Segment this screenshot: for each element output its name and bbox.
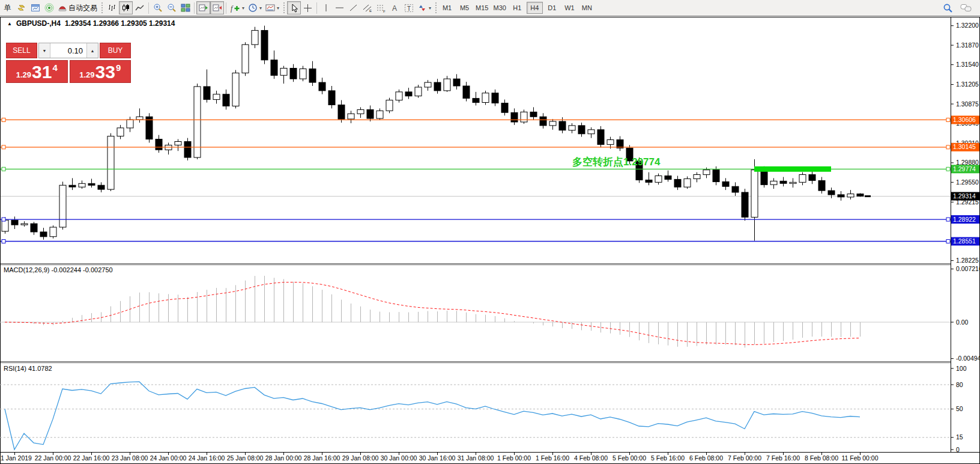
timeframe-W1[interactable]: W1	[561, 2, 578, 14]
svg-text:1.28922: 1.28922	[953, 216, 976, 223]
buy-button[interactable]: BUY	[100, 43, 131, 58]
sell-price-prefix: 1.29	[16, 70, 31, 79]
svg-text:1.31870: 1.31870	[956, 41, 979, 49]
annotation-text-object[interactable]: 多空转折点1.29774	[572, 155, 660, 169]
gold-icon	[17, 4, 26, 12]
zoom-in-button[interactable]	[151, 1, 165, 14]
svg-text:f: f	[231, 4, 234, 13]
timeframe-M1[interactable]: M1	[439, 2, 455, 14]
equidistant-channel-button[interactable]: E	[360, 1, 374, 14]
vertical-line-button[interactable]	[319, 1, 333, 14]
svg-text:1.28551: 1.28551	[953, 237, 976, 245]
tile-windows-button[interactable]	[178, 1, 192, 14]
svg-text:21 Jan 2019: 21 Jan 2019	[0, 454, 32, 462]
svg-text:F: F	[383, 10, 386, 13]
svg-text:1.29314: 1.29314	[953, 192, 976, 200]
sell-price-display: 1.29 31 4	[6, 60, 68, 83]
text-label-button[interactable]: T	[402, 1, 416, 14]
timeframe-D1[interactable]: D1	[544, 2, 560, 14]
timeframe-M15[interactable]: M15	[474, 2, 490, 14]
dropdown-arrow-icon[interactable]: ▾	[242, 5, 244, 11]
svg-text:0.007216: 0.007216	[956, 265, 980, 272]
dropdown-arrow-icon[interactable]: ▾	[277, 5, 279, 11]
toolbar-separator	[194, 2, 195, 14]
svg-text:30 Jan 16:00: 30 Jan 16:00	[419, 454, 456, 462]
gold-symbol-button[interactable]	[14, 1, 28, 14]
text-a-icon: A	[391, 4, 399, 12]
svg-text:1.30145: 1.30145	[953, 143, 976, 150]
toolbar-gripper	[283, 2, 285, 13]
chat-button[interactable]	[958, 1, 974, 14]
search-icon	[943, 3, 953, 13]
chart-canvas[interactable]: 1.322001.318701.315401.312051.308751.305…	[0, 0, 980, 464]
line-chart-type-button[interactable]	[133, 1, 147, 14]
new-order-label: 单	[4, 3, 11, 13]
text-label-icon: T	[404, 4, 414, 13]
svg-text:1.29774: 1.29774	[953, 165, 976, 172]
svg-text:5 Feb 00:00: 5 Feb 00:00	[612, 454, 646, 462]
timeframe-group: M1M5M15M30H1H4D1W1MN	[439, 2, 595, 14]
svg-text:1.32200: 1.32200	[956, 22, 979, 29]
zoom-out-button[interactable]	[165, 1, 178, 14]
timeframe-H4[interactable]: H4	[527, 2, 543, 14]
svg-text:25 Jan 08:00: 25 Jan 08:00	[227, 454, 264, 462]
svg-text:T: T	[407, 5, 411, 11]
crosshair-icon	[303, 4, 312, 13]
text-button[interactable]: A	[388, 1, 402, 14]
svg-text:8 Feb 08:00: 8 Feb 08:00	[805, 454, 838, 462]
svg-text:23 Jan 08:00: 23 Jan 08:00	[112, 454, 148, 462]
dropdown-arrow-icon[interactable]: ▾	[259, 5, 262, 11]
volume-increase-button[interactable]: ▲	[86, 43, 98, 58]
signal-icon	[44, 3, 54, 13]
fibonacci-button[interactable]: F	[374, 1, 388, 14]
chart-shift-button[interactable]	[210, 1, 224, 14]
cursor-button[interactable]	[287, 1, 301, 14]
macd-indicator-label: MACD(12,26,9) -0.002244 -0.002750	[4, 266, 113, 273]
svg-text:28 Jan 16:00: 28 Jan 16:00	[304, 454, 340, 462]
channel-icon: E	[363, 4, 372, 13]
timeframe-MN[interactable]: MN	[579, 2, 595, 14]
volume-decrease-button[interactable]: ▼	[39, 43, 50, 58]
auto-trading-button[interactable]: 自动交易	[56, 1, 99, 14]
trendline-button[interactable]	[346, 1, 360, 14]
chart-title: ▲ GBPUSD-,H4 1.29354 1.29366 1.29305 1.2…	[7, 19, 175, 28]
collapse-panel-icon[interactable]: ▲	[7, 21, 12, 26]
svg-text:5 Feb 16:00: 5 Feb 16:00	[651, 454, 685, 462]
svg-text:4 Feb 08:00: 4 Feb 08:00	[574, 454, 608, 462]
svg-text:E: E	[369, 9, 372, 13]
cursor-arrow-icon	[290, 4, 298, 13]
svg-text:7 Feb 00:00: 7 Feb 00:00	[728, 454, 761, 462]
timeframe-M5[interactable]: M5	[456, 2, 473, 14]
bar-chart-type-button[interactable]	[105, 1, 119, 14]
template-icon	[265, 4, 275, 12]
svg-text:30 Jan 00:00: 30 Jan 00:00	[381, 454, 417, 462]
svg-text:22 Jan 00:00: 22 Jan 00:00	[35, 454, 71, 462]
search-button[interactable]	[941, 1, 955, 14]
arrows-button[interactable]: ▾	[416, 1, 433, 14]
horizontal-line-button[interactable]	[333, 1, 346, 14]
new-order-button[interactable]: 单	[1, 1, 14, 14]
arrows-icon	[417, 4, 427, 13]
toolbar-separator	[316, 2, 317, 14]
svg-text:7 Feb 16:00: 7 Feb 16:00	[766, 454, 800, 462]
sell-button[interactable]: SELL	[6, 43, 37, 58]
svg-text:6 Feb 08:00: 6 Feb 08:00	[689, 454, 723, 462]
svg-text:0.00: 0.00	[956, 319, 969, 326]
signals-button[interactable]	[42, 1, 56, 14]
toolbar-right-group	[941, 1, 980, 14]
dropdown-arrow-icon[interactable]: ▾	[429, 5, 431, 11]
periods-button[interactable]: ▾	[246, 1, 264, 14]
toolbar-gripper	[101, 2, 103, 13]
auto-scroll-button[interactable]	[196, 1, 210, 14]
expert-hat-icon	[58, 4, 67, 12]
indicators-button[interactable]: f ▾	[228, 1, 246, 14]
candlestick-chart-type-button[interactable]	[119, 1, 133, 14]
crosshair-button[interactable]	[301, 1, 315, 14]
buy-price-prefix: 1.29	[79, 70, 94, 79]
timeframe-M30[interactable]: M30	[491, 2, 507, 14]
timeframe-H1[interactable]: H1	[509, 2, 525, 14]
templates-button[interactable]: ▾	[264, 1, 281, 14]
market-depth-button[interactable]	[28, 1, 42, 14]
svg-text:50: 50	[956, 405, 963, 412]
volume-input[interactable]	[50, 43, 86, 58]
